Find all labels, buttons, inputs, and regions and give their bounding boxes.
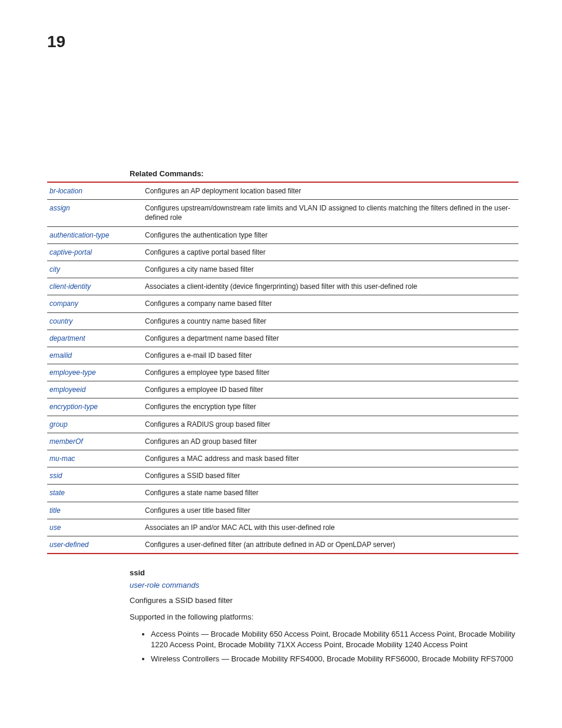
command-description: Configures a RADIUS group based filter: [143, 416, 518, 433]
platform-list: Access Points — Brocade Mobility 650 Acc…: [140, 629, 518, 665]
command-description: Associates an IP and/or MAC ACL with thi…: [143, 519, 518, 536]
command-name-link[interactable]: client-identity: [47, 278, 143, 295]
ssid-section: ssid user-role commands Configures a SSI…: [130, 568, 518, 664]
command-description: Configures upstream/downstream rate limi…: [143, 200, 518, 226]
command-name-link[interactable]: user-defined: [47, 536, 143, 554]
table-row: countryConfigures a country name based f…: [47, 312, 518, 330]
command-name-link[interactable]: employee-type: [47, 364, 143, 381]
command-name-link[interactable]: state: [47, 485, 143, 502]
page-number: 19: [47, 32, 518, 51]
command-name-link[interactable]: use: [47, 519, 143, 536]
table-row: cityConfigures a city name based filter: [47, 261, 518, 278]
supported-text: Supported in the following platforms:: [130, 612, 518, 622]
related-commands-heading: Related Commands:: [130, 169, 518, 178]
table-row: br-locationConfigures an AP deployment l…: [47, 182, 518, 200]
command-description: Configures an AP deployment location bas…: [143, 182, 518, 200]
table-row: emailidConfigures a e-mail ID based filt…: [47, 347, 518, 364]
ssid-title: ssid: [130, 568, 518, 577]
command-name-link[interactable]: country: [47, 312, 143, 330]
command-description: Configures a employee type based filter: [143, 364, 518, 381]
command-description: Configures a MAC address and mask based …: [143, 450, 518, 467]
related-commands-table: br-locationConfigures an AP deployment l…: [47, 182, 518, 554]
command-name-link[interactable]: company: [47, 295, 143, 312]
table-row: titleConfigures a user title based filte…: [47, 502, 518, 519]
command-description: Configures a state name based filter: [143, 485, 518, 502]
table-row: ssidConfigures a SSID based filter: [47, 467, 518, 485]
command-description: Configures a employee ID based filter: [143, 381, 518, 398]
command-name-link[interactable]: department: [47, 330, 143, 347]
command-name-link[interactable]: ssid: [47, 467, 143, 485]
table-row: departmentConfigures a department name b…: [47, 330, 518, 347]
command-description: Configures the encryption type filter: [143, 398, 518, 416]
command-name-link[interactable]: city: [47, 261, 143, 278]
command-description: Configures an AD group based filter: [143, 433, 518, 450]
command-name-link[interactable]: title: [47, 502, 143, 519]
command-description: Configures a e-mail ID based filter: [143, 347, 518, 364]
command-name-link[interactable]: mu-mac: [47, 450, 143, 467]
command-description: Configures the authentication type filte…: [143, 226, 518, 243]
command-description: Configures a SSID based filter: [143, 467, 518, 485]
page: 19 Related Commands: br-locationConfigur…: [0, 0, 562, 728]
command-description: Configures a user title based filter: [143, 502, 518, 519]
command-name-link[interactable]: memberOf: [47, 433, 143, 450]
table-row: groupConfigures a RADIUS group based fil…: [47, 416, 518, 433]
command-name-link[interactable]: encryption-type: [47, 398, 143, 416]
table-row: encryption-typeConfigures the encryption…: [47, 398, 518, 416]
command-description: Configures a user-defined filter (an att…: [143, 536, 518, 554]
user-role-link[interactable]: user-role commands: [130, 581, 518, 589]
command-name-link[interactable]: employeeid: [47, 381, 143, 398]
table-row: captive-portalConfigures a captive porta…: [47, 243, 518, 261]
table-row: assignConfigures upstream/downstream rat…: [47, 200, 518, 226]
table-row: companyConfigures a company name based f…: [47, 295, 518, 312]
table-row: employee-typeConfigures a employee type …: [47, 364, 518, 381]
content-block: Related Commands:: [130, 169, 518, 178]
table-row: stateConfigures a state name based filte…: [47, 485, 518, 502]
command-description: Configures a department name based filte…: [143, 330, 518, 347]
table-row: user-definedConfigures a user-defined fi…: [47, 536, 518, 554]
table-row: useAssociates an IP and/or MAC ACL with …: [47, 519, 518, 536]
table-row: employeeidConfigures a employee ID based…: [47, 381, 518, 398]
table-row: mu-macConfigures a MAC address and mask …: [47, 450, 518, 467]
list-item: Wireless Controllers — Brocade Mobility …: [151, 654, 518, 664]
command-name-link[interactable]: assign: [47, 200, 143, 226]
table-row: memberOfConfigures an AD group based fil…: [47, 433, 518, 450]
command-name-link[interactable]: group: [47, 416, 143, 433]
command-description: Configures a company name based filter: [143, 295, 518, 312]
command-description: Configures a country name based filter: [143, 312, 518, 330]
ssid-description: Configures a SSID based filter: [130, 595, 518, 606]
command-name-link[interactable]: authentication-type: [47, 226, 143, 243]
table-row: client-identityAssociates a client-ident…: [47, 278, 518, 295]
command-name-link[interactable]: emailid: [47, 347, 143, 364]
command-name-link[interactable]: br-location: [47, 182, 143, 200]
command-description: Configures a city name based filter: [143, 261, 518, 278]
table-row: authentication-typeConfigures the authen…: [47, 226, 518, 243]
command-name-link[interactable]: captive-portal: [47, 243, 143, 261]
command-description: Configures a captive portal based filter: [143, 243, 518, 261]
command-description: Associates a client-identity (device fin…: [143, 278, 518, 295]
list-item: Access Points — Brocade Mobility 650 Acc…: [151, 629, 518, 650]
